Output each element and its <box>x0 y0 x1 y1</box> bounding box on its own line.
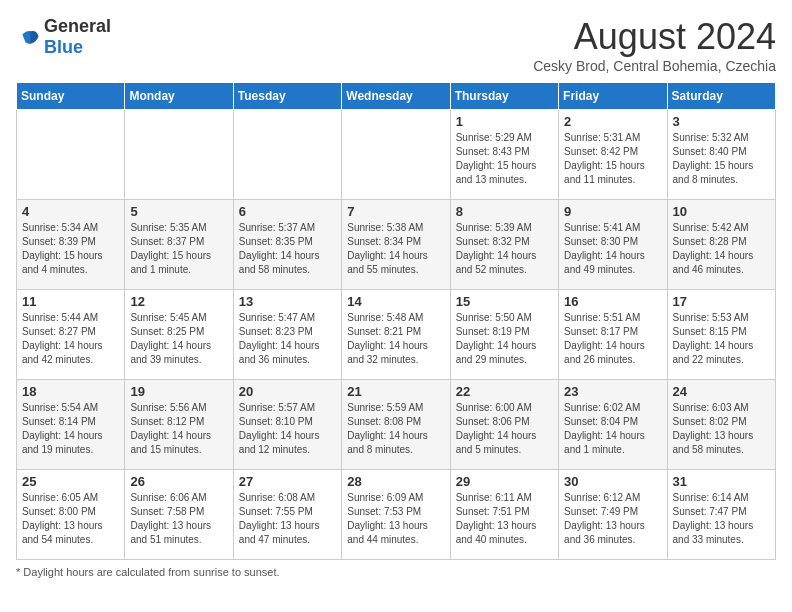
calendar-cell: 16Sunrise: 5:51 AM Sunset: 8:17 PM Dayli… <box>559 290 667 380</box>
calendar-cell: 6Sunrise: 5:37 AM Sunset: 8:35 PM Daylig… <box>233 200 341 290</box>
day-number: 16 <box>564 294 661 309</box>
day-info: Sunrise: 5:51 AM Sunset: 8:17 PM Dayligh… <box>564 311 661 367</box>
day-info: Sunrise: 5:44 AM Sunset: 8:27 PM Dayligh… <box>22 311 119 367</box>
day-info: Sunrise: 5:56 AM Sunset: 8:12 PM Dayligh… <box>130 401 227 457</box>
day-number: 6 <box>239 204 336 219</box>
day-info: Sunrise: 5:57 AM Sunset: 8:10 PM Dayligh… <box>239 401 336 457</box>
calendar-cell: 21Sunrise: 5:59 AM Sunset: 8:08 PM Dayli… <box>342 380 450 470</box>
calendar-cell <box>17 110 125 200</box>
day-number: 7 <box>347 204 444 219</box>
day-info: Sunrise: 5:37 AM Sunset: 8:35 PM Dayligh… <box>239 221 336 277</box>
calendar-cell: 20Sunrise: 5:57 AM Sunset: 8:10 PM Dayli… <box>233 380 341 470</box>
day-number: 3 <box>673 114 770 129</box>
day-info: Sunrise: 5:34 AM Sunset: 8:39 PM Dayligh… <box>22 221 119 277</box>
day-info: Sunrise: 6:02 AM Sunset: 8:04 PM Dayligh… <box>564 401 661 457</box>
day-info: Sunrise: 6:06 AM Sunset: 7:58 PM Dayligh… <box>130 491 227 547</box>
day-number: 13 <box>239 294 336 309</box>
calendar-cell: 26Sunrise: 6:06 AM Sunset: 7:58 PM Dayli… <box>125 470 233 560</box>
day-number: 24 <box>673 384 770 399</box>
calendar-cell: 15Sunrise: 5:50 AM Sunset: 8:19 PM Dayli… <box>450 290 558 380</box>
day-number: 4 <box>22 204 119 219</box>
logo-general: General <box>44 16 111 36</box>
day-number: 27 <box>239 474 336 489</box>
logo: General Blue <box>16 16 111 58</box>
calendar-cell: 27Sunrise: 6:08 AM Sunset: 7:55 PM Dayli… <box>233 470 341 560</box>
calendar-table: SundayMondayTuesdayWednesdayThursdayFrid… <box>16 82 776 560</box>
calendar-cell: 2Sunrise: 5:31 AM Sunset: 8:42 PM Daylig… <box>559 110 667 200</box>
calendar-cell: 22Sunrise: 6:00 AM Sunset: 8:06 PM Dayli… <box>450 380 558 470</box>
day-info: Sunrise: 6:00 AM Sunset: 8:06 PM Dayligh… <box>456 401 553 457</box>
day-info: Sunrise: 6:03 AM Sunset: 8:02 PM Dayligh… <box>673 401 770 457</box>
day-number: 28 <box>347 474 444 489</box>
calendar-cell <box>342 110 450 200</box>
day-info: Sunrise: 5:42 AM Sunset: 8:28 PM Dayligh… <box>673 221 770 277</box>
day-number: 9 <box>564 204 661 219</box>
day-number: 19 <box>130 384 227 399</box>
day-number: 31 <box>673 474 770 489</box>
day-info: Sunrise: 5:38 AM Sunset: 8:34 PM Dayligh… <box>347 221 444 277</box>
day-info: Sunrise: 6:12 AM Sunset: 7:49 PM Dayligh… <box>564 491 661 547</box>
calendar-cell: 1Sunrise: 5:29 AM Sunset: 8:43 PM Daylig… <box>450 110 558 200</box>
day-number: 1 <box>456 114 553 129</box>
title-area: August 2024 Cesky Brod, Central Bohemia,… <box>533 16 776 74</box>
calendar-cell: 9Sunrise: 5:41 AM Sunset: 8:30 PM Daylig… <box>559 200 667 290</box>
day-info: Sunrise: 6:09 AM Sunset: 7:53 PM Dayligh… <box>347 491 444 547</box>
day-number: 15 <box>456 294 553 309</box>
calendar-cell: 12Sunrise: 5:45 AM Sunset: 8:25 PM Dayli… <box>125 290 233 380</box>
footer-note: * Daylight hours are calculated from sun… <box>16 566 776 578</box>
day-info: Sunrise: 6:14 AM Sunset: 7:47 PM Dayligh… <box>673 491 770 547</box>
day-header-monday: Monday <box>125 83 233 110</box>
day-info: Sunrise: 5:59 AM Sunset: 8:08 PM Dayligh… <box>347 401 444 457</box>
day-info: Sunrise: 6:08 AM Sunset: 7:55 PM Dayligh… <box>239 491 336 547</box>
calendar-cell: 19Sunrise: 5:56 AM Sunset: 8:12 PM Dayli… <box>125 380 233 470</box>
day-info: Sunrise: 5:53 AM Sunset: 8:15 PM Dayligh… <box>673 311 770 367</box>
logo-icon <box>16 25 40 49</box>
day-number: 20 <box>239 384 336 399</box>
calendar-cell: 28Sunrise: 6:09 AM Sunset: 7:53 PM Dayli… <box>342 470 450 560</box>
page-header: General Blue August 2024 Cesky Brod, Cen… <box>16 16 776 74</box>
day-header-wednesday: Wednesday <box>342 83 450 110</box>
day-number: 30 <box>564 474 661 489</box>
day-info: Sunrise: 6:11 AM Sunset: 7:51 PM Dayligh… <box>456 491 553 547</box>
calendar-cell <box>233 110 341 200</box>
calendar-cell: 25Sunrise: 6:05 AM Sunset: 8:00 PM Dayli… <box>17 470 125 560</box>
day-number: 11 <box>22 294 119 309</box>
week-row-4: 18Sunrise: 5:54 AM Sunset: 8:14 PM Dayli… <box>17 380 776 470</box>
header-row: SundayMondayTuesdayWednesdayThursdayFrid… <box>17 83 776 110</box>
location: Cesky Brod, Central Bohemia, Czechia <box>533 58 776 74</box>
day-number: 17 <box>673 294 770 309</box>
day-number: 10 <box>673 204 770 219</box>
week-row-1: 1Sunrise: 5:29 AM Sunset: 8:43 PM Daylig… <box>17 110 776 200</box>
day-number: 22 <box>456 384 553 399</box>
day-number: 26 <box>130 474 227 489</box>
day-number: 5 <box>130 204 227 219</box>
day-header-sunday: Sunday <box>17 83 125 110</box>
day-info: Sunrise: 5:45 AM Sunset: 8:25 PM Dayligh… <box>130 311 227 367</box>
calendar-cell: 8Sunrise: 5:39 AM Sunset: 8:32 PM Daylig… <box>450 200 558 290</box>
day-info: Sunrise: 5:48 AM Sunset: 8:21 PM Dayligh… <box>347 311 444 367</box>
logo-text: General Blue <box>44 16 111 58</box>
day-number: 14 <box>347 294 444 309</box>
logo-blue: Blue <box>44 37 83 57</box>
day-info: Sunrise: 5:31 AM Sunset: 8:42 PM Dayligh… <box>564 131 661 187</box>
calendar-cell: 5Sunrise: 5:35 AM Sunset: 8:37 PM Daylig… <box>125 200 233 290</box>
calendar-cell: 4Sunrise: 5:34 AM Sunset: 8:39 PM Daylig… <box>17 200 125 290</box>
day-header-tuesday: Tuesday <box>233 83 341 110</box>
day-number: 18 <box>22 384 119 399</box>
calendar-cell: 24Sunrise: 6:03 AM Sunset: 8:02 PM Dayli… <box>667 380 775 470</box>
day-number: 29 <box>456 474 553 489</box>
calendar-cell: 7Sunrise: 5:38 AM Sunset: 8:34 PM Daylig… <box>342 200 450 290</box>
day-info: Sunrise: 5:50 AM Sunset: 8:19 PM Dayligh… <box>456 311 553 367</box>
day-info: Sunrise: 5:32 AM Sunset: 8:40 PM Dayligh… <box>673 131 770 187</box>
day-info: Sunrise: 5:47 AM Sunset: 8:23 PM Dayligh… <box>239 311 336 367</box>
day-info: Sunrise: 6:05 AM Sunset: 8:00 PM Dayligh… <box>22 491 119 547</box>
day-number: 8 <box>456 204 553 219</box>
day-info: Sunrise: 5:54 AM Sunset: 8:14 PM Dayligh… <box>22 401 119 457</box>
calendar-cell: 11Sunrise: 5:44 AM Sunset: 8:27 PM Dayli… <box>17 290 125 380</box>
day-header-saturday: Saturday <box>667 83 775 110</box>
day-number: 12 <box>130 294 227 309</box>
day-header-friday: Friday <box>559 83 667 110</box>
week-row-2: 4Sunrise: 5:34 AM Sunset: 8:39 PM Daylig… <box>17 200 776 290</box>
day-info: Sunrise: 5:29 AM Sunset: 8:43 PM Dayligh… <box>456 131 553 187</box>
calendar-cell: 13Sunrise: 5:47 AM Sunset: 8:23 PM Dayli… <box>233 290 341 380</box>
